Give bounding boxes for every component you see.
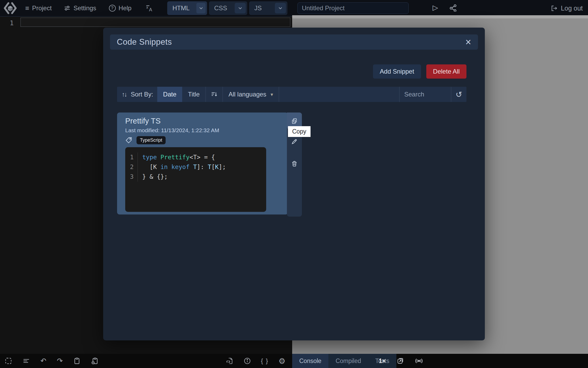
tab-css-label: CSS: [214, 4, 227, 12]
sort-by-label: Sort By:: [131, 91, 153, 98]
tab-css[interactable]: CSS: [209, 1, 247, 15]
sort-arrows-icon: ↑↓: [122, 91, 127, 98]
sort-by-title-button[interactable]: Title: [182, 87, 205, 102]
current-line-highlight[interactable]: [20, 18, 290, 27]
menu-project[interactable]: ≡ Project: [25, 4, 52, 12]
logout-icon: [551, 5, 558, 12]
live-broadcast-button[interactable]: [415, 357, 423, 365]
paste-button[interactable]: [91, 357, 98, 365]
info-button[interactable]: [244, 357, 251, 365]
css-options-dropdown[interactable]: [235, 3, 246, 13]
preview-top-strip: [292, 15, 588, 18]
share-file-button[interactable]: [226, 357, 234, 365]
copy-tooltip: Copy: [288, 126, 311, 137]
menu-settings[interactable]: Settings: [64, 4, 96, 12]
language-badge: TypeScript: [136, 136, 166, 144]
snippet-title: Prettify TS: [125, 117, 161, 125]
modal-actions: Add Snippet Delete All: [373, 64, 466, 79]
run-button[interactable]: ▷: [433, 3, 438, 12]
svg-text:A: A: [149, 7, 152, 12]
hamburger-icon: ≡: [25, 5, 29, 12]
open-in-new-icon: [397, 357, 404, 365]
code-line: 3} & {};: [125, 172, 266, 182]
toolbar-divider: [279, 87, 279, 102]
settings-gear-button[interactable]: ⚙: [279, 356, 286, 366]
code-lines: 1type Prettify<T> = {2 [K in keyof T]: T…: [125, 152, 266, 182]
copy-icon: [291, 118, 298, 124]
clipboard-minus-icon: [91, 357, 98, 365]
sort-direction-button[interactable]: [206, 87, 223, 102]
tab-console[interactable]: Console: [292, 354, 328, 368]
braces-icon: { }: [261, 357, 269, 364]
js-options-dropdown[interactable]: [275, 3, 286, 13]
close-button[interactable]: ×: [465, 37, 471, 47]
app-logo-icon[interactable]: [3, 2, 18, 15]
logout-button[interactable]: Log out: [551, 0, 583, 16]
align-lines-icon: [23, 357, 30, 365]
open-preview-button[interactable]: [397, 357, 404, 365]
language-filter-value: All languages: [229, 91, 266, 98]
chevron-down-icon: [277, 5, 283, 11]
copy-all-button[interactable]: [73, 357, 81, 365]
project-name-input[interactable]: [297, 2, 409, 14]
redo-icon: ↷: [57, 357, 63, 365]
redo-button[interactable]: ↷: [57, 357, 63, 365]
delete-snippet-button[interactable]: [287, 156, 302, 171]
sort-by-date-button[interactable]: Date: [157, 87, 182, 102]
topbar: ≡ Project Settings ? Help: [0, 0, 588, 16]
play-icon: ▷: [433, 4, 438, 12]
share-icon: [449, 4, 457, 12]
snippets-toolbar: ↑↓ Sort By: Date Title All languages ▾: [117, 87, 466, 102]
selection-icon: [5, 357, 12, 365]
refresh-icon: ↺: [455, 90, 462, 99]
share-button[interactable]: [449, 4, 457, 12]
file-link-icon: [226, 357, 234, 365]
modal-header: Code Snippets ×: [110, 34, 478, 50]
trash-icon: [291, 160, 298, 167]
code-line: 1type Prettify<T> = {: [125, 152, 266, 162]
search-input[interactable]: [400, 87, 451, 102]
help-icon: ?: [109, 5, 116, 12]
menu-help-label: Help: [119, 4, 132, 12]
delete-all-button[interactable]: Delete All: [426, 64, 466, 79]
snippet-last-modified: Last modified: 11/13/2024, 1:22:32 AM: [125, 127, 219, 134]
playback-speed-button[interactable]: 1×: [379, 357, 386, 365]
chevron-down-icon: [237, 5, 243, 11]
tab-js-label: JS: [254, 4, 262, 12]
svg-text:x: x: [146, 5, 148, 9]
code-block: 1type Prettify<T> = {2 [K in keyof T]: T…: [125, 147, 266, 212]
gear-icon: ⚙: [279, 357, 286, 365]
menu-settings-label: Settings: [74, 4, 96, 12]
select-all-button[interactable]: [5, 357, 12, 365]
caret-down-icon: ▾: [271, 91, 273, 98]
menu-project-label: Project: [32, 4, 52, 12]
refresh-button[interactable]: ↺: [451, 87, 466, 102]
translate-button[interactable]: x A: [146, 4, 153, 12]
sliders-icon: [64, 5, 71, 12]
info-icon: [244, 357, 251, 365]
sort-descending-icon: [211, 91, 218, 98]
chevron-down-icon: [198, 5, 204, 11]
tab-js[interactable]: JS: [249, 1, 287, 15]
app-root: ≡ Project Settings ? Help: [0, 0, 588, 368]
pencil-icon: [291, 138, 298, 145]
editor-tabs: HTML CSS JS: [167, 1, 287, 15]
snippet-card[interactable]: Prettify TS Last modified: 11/13/2024, 1…: [117, 113, 288, 214]
add-snippet-button[interactable]: Add Snippet: [373, 64, 421, 79]
braces-button[interactable]: { }: [261, 357, 269, 365]
logout-label: Log out: [561, 4, 583, 12]
clipboard-icon: [73, 357, 81, 365]
undo-button[interactable]: ↶: [40, 357, 46, 365]
undo-icon: ↶: [40, 357, 46, 365]
modal-title: Code Snippets: [117, 37, 172, 47]
language-filter-dropdown[interactable]: All languages ▾: [223, 87, 279, 102]
line-number: 1: [0, 19, 14, 27]
menu-help[interactable]: ? Help: [109, 4, 132, 12]
html-options-dropdown[interactable]: [196, 3, 206, 13]
tab-html[interactable]: HTML: [167, 1, 207, 15]
code-line: 2 [K in keyof T]: T[K];: [125, 162, 266, 172]
tab-compiled[interactable]: Compiled: [328, 354, 368, 368]
translate-icon: x A: [146, 4, 153, 12]
bottombar: ↶ ↷: [0, 354, 588, 368]
format-code-button[interactable]: [23, 357, 30, 365]
